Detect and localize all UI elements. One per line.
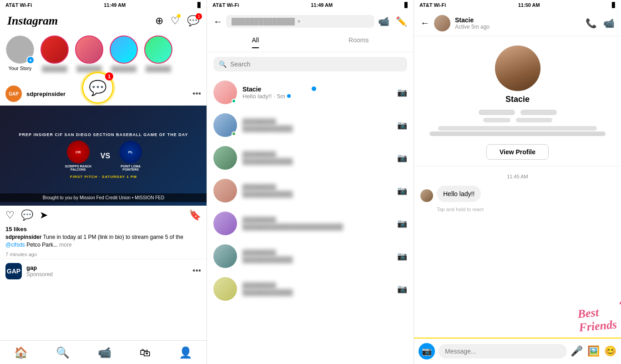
chat-message-input[interactable] bbox=[439, 344, 567, 359]
chat-carrier: AT&T Wi-Fi bbox=[419, 2, 446, 8]
dm-camera-7[interactable]: 📷 bbox=[397, 284, 407, 294]
dm-conversation-4[interactable]: ████████ ████████████ 📷 bbox=[207, 174, 414, 207]
sponsor-name[interactable]: gap bbox=[26, 264, 53, 271]
dm-conversation-stacie[interactable]: Stacie Hello lady!! · 5m 📷 bbox=[207, 76, 414, 109]
dm-conversation-6[interactable]: ████████ ████████████ 📷 bbox=[207, 240, 414, 273]
view-profile-button[interactable]: View Profile bbox=[486, 144, 549, 160]
story-avatar-5 bbox=[144, 35, 172, 64]
profile-stat-3 bbox=[483, 118, 510, 122]
chat-header: ← Stacie Active 5m ago 📞 📹 bbox=[414, 10, 621, 36]
caption-text-2: Petco Park... bbox=[26, 242, 58, 248]
chat-battery: ▊ bbox=[612, 2, 616, 8]
chat-time: 11:50 AM bbox=[518, 2, 540, 8]
dm-name-5: ████████ bbox=[242, 217, 392, 223]
dm-info-5: ████████ ████████████████████████ bbox=[242, 217, 392, 230]
dm-back-button[interactable]: ← bbox=[213, 16, 222, 27]
dm-preview-4: ████████████ bbox=[242, 191, 392, 197]
search-nav-button[interactable]: 🔍 bbox=[56, 346, 70, 359]
like-button[interactable]: ♡ bbox=[5, 209, 15, 221]
post-image-subtitle: Brought to you by Mission Fed Credit Uni… bbox=[0, 193, 207, 202]
story-item-4[interactable]: ██████ bbox=[109, 35, 138, 72]
dm-camera-6[interactable]: 📷 bbox=[397, 251, 407, 261]
your-story-item[interactable]: + Your Story bbox=[5, 35, 35, 71]
share-button[interactable]: ➤ bbox=[40, 209, 48, 221]
sponsor-avatar-text: GAP bbox=[7, 268, 20, 275]
dm-tab-rooms[interactable]: Rooms bbox=[348, 36, 369, 48]
dm-conversation-7[interactable]: ████████ ████████████ 📷 bbox=[207, 273, 414, 305]
chat-tap-hint: Tap and hold to react bbox=[437, 207, 615, 212]
post-author-avatar: GAP bbox=[5, 86, 22, 102]
search-input[interactable] bbox=[230, 61, 402, 68]
dm-conversation-5[interactable]: ████████ ████████████████████████ 📷 bbox=[207, 207, 414, 240]
caption-more[interactable]: more bbox=[59, 242, 71, 248]
reels-nav-button[interactable]: 📹 bbox=[98, 346, 111, 359]
dm-camera-5[interactable]: 📷 bbox=[397, 218, 407, 228]
post-avatar-text: GAP bbox=[9, 91, 19, 96]
profile-nav-button[interactable]: 👤 bbox=[179, 346, 192, 359]
post-username[interactable]: sdprepinsider bbox=[26, 91, 66, 97]
chat-camera-button[interactable]: 📷 bbox=[419, 343, 435, 359]
shop-nav-button[interactable]: 🛍 bbox=[140, 346, 151, 359]
messenger-bubble-badge: 1 bbox=[105, 72, 113, 81]
chat-contact-avatar[interactable] bbox=[434, 15, 450, 31]
sponsor-label: Sponsored bbox=[26, 271, 53, 278]
camera-icon: 📷 bbox=[422, 346, 432, 356]
chat-phone-button[interactable]: 📞 bbox=[586, 18, 597, 29]
home-nav-button[interactable]: 🏠 bbox=[14, 346, 28, 359]
dm-avatar-2 bbox=[213, 113, 237, 137]
chat-profile-name: Stacie bbox=[505, 95, 530, 104]
caption-hashtag[interactable]: @cifsds bbox=[5, 242, 25, 248]
feed-status-bar: AT&T Wi-Fi 11:49 AM ▊ bbox=[0, 0, 207, 10]
dm-username-selector[interactable]: ██████████████ ▾ bbox=[226, 15, 374, 28]
story-item-2[interactable]: ██████ bbox=[40, 35, 69, 72]
dm-name-2: ████████ bbox=[242, 118, 392, 125]
caption-username[interactable]: sdprepinsider bbox=[5, 234, 41, 240]
dm-preview-stacie: Hello lady!! · 5m bbox=[242, 93, 392, 100]
dm-header: ← ██████████████ ▾ 📹 ✏️ bbox=[207, 10, 414, 33]
chat-video-button[interactable]: 📹 bbox=[603, 18, 615, 29]
likes-button[interactable]: ♡ bbox=[171, 15, 180, 27]
comment-button[interactable]: 💬 bbox=[21, 209, 33, 221]
profile-avatar-img bbox=[495, 46, 540, 91]
sponsor-more-button[interactable]: ••• bbox=[192, 266, 201, 276]
chat-bubble[interactable]: Hello lady!! bbox=[437, 186, 481, 202]
dm-edit-button[interactable]: ✏️ bbox=[396, 16, 407, 27]
dm-conversation-3[interactable]: ████████ ████████████ 📷 bbox=[207, 142, 414, 174]
dm-tabs: All Rooms bbox=[207, 33, 414, 52]
dm-conversation-2[interactable]: ████████ ████████████ 📷 bbox=[207, 109, 414, 142]
add-post-button[interactable]: ⊕ bbox=[155, 15, 163, 27]
chat-profile-avatar[interactable] bbox=[495, 46, 540, 91]
story-item-5[interactable]: ██████ bbox=[144, 35, 173, 72]
dm-camera-2[interactable]: 📷 bbox=[397, 120, 407, 130]
dm-camera-4[interactable]: 📷 bbox=[397, 186, 407, 196]
dm-camera-stacie[interactable]: 📷 bbox=[397, 87, 407, 97]
dm-info-7: ████████ ████████████ bbox=[242, 282, 392, 296]
add-story-btn[interactable]: + bbox=[26, 56, 35, 64]
post-more-button[interactable]: ••• bbox=[192, 89, 201, 99]
team-right-logo: PL bbox=[119, 141, 142, 163]
post-caption: sdprepinsider Tune in today at 1 PM (lin… bbox=[5, 233, 201, 249]
messenger-nav-button[interactable]: 💬 1 bbox=[187, 15, 199, 27]
chat-header-actions: 📞 📹 bbox=[586, 18, 615, 29]
chat-message-row: Hello lady!! bbox=[420, 186, 615, 202]
dm-avatar-7 bbox=[213, 277, 237, 301]
messenger-icon: 💬 bbox=[89, 79, 107, 96]
dm-preview-5: ████████████████████████ bbox=[242, 223, 392, 230]
dm-preview-2: ████████████ bbox=[242, 125, 392, 132]
messenger-bubble[interactable]: 💬 1 bbox=[82, 72, 114, 104]
post-teams: CR SCRIPPS RANCHFALCONS VS PL POINT LOMA… bbox=[19, 141, 188, 171]
chat-back-button[interactable]: ← bbox=[420, 18, 429, 28]
chat-profile-section: Stacie View Profile bbox=[414, 36, 621, 167]
story-item-3[interactable]: ██████ bbox=[75, 35, 104, 72]
dm-tab-all[interactable]: All bbox=[252, 36, 259, 48]
chat-image-button[interactable]: 🖼️ bbox=[587, 345, 600, 357]
dm-camera-3[interactable]: 📷 bbox=[397, 153, 407, 163]
bookmark-button[interactable]: 🔖 bbox=[189, 209, 201, 221]
dm-name-7: ████████ bbox=[242, 282, 392, 289]
post-team-left: CR SCRIPPS RANCHFALCONS bbox=[65, 141, 91, 171]
feed-time: 11:49 AM bbox=[104, 2, 126, 8]
dm-video-button[interactable]: 📹 bbox=[378, 16, 389, 27]
chat-mic-button[interactable]: 🎤 bbox=[571, 345, 583, 357]
chat-sticker-button[interactable]: 😊 bbox=[604, 345, 616, 357]
profile-stat-1 bbox=[479, 110, 515, 115]
